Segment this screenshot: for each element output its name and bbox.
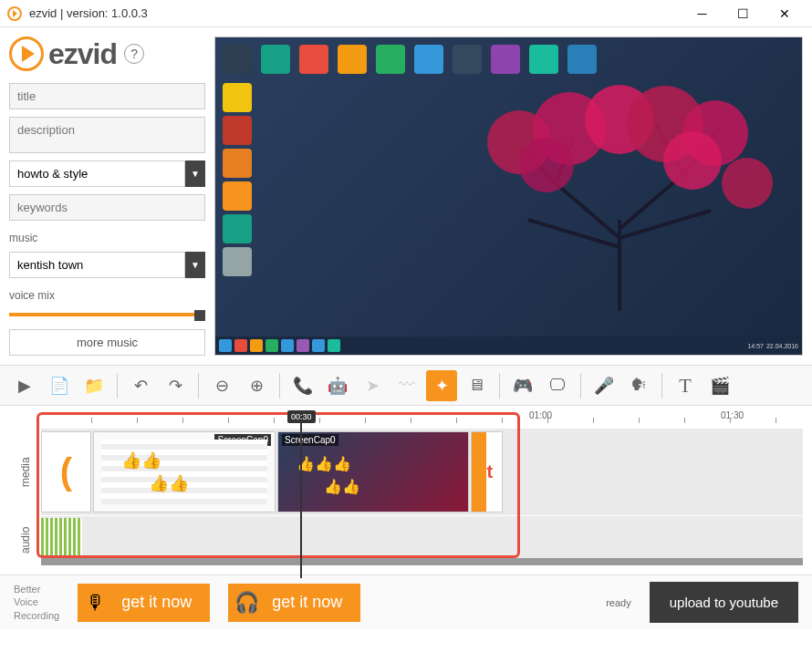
get-it-label: get it now <box>114 593 199 612</box>
zoom-out-button[interactable]: ⊖ <box>206 370 237 401</box>
playhead[interactable]: 00:30 <box>287 410 316 578</box>
better-voice-label: Better Voice Recording <box>14 583 59 622</box>
music-select[interactable]: kentish town ▼ <box>9 252 205 278</box>
clip-outro[interactable]: tt <box>471 431 503 512</box>
media-track-label: media <box>9 429 41 515</box>
sidebar: ezvid ? howto & style ▼ music kentish to… <box>9 36 205 356</box>
clip-screencap[interactable]: ScreenCap0 👍👍 👍👍 <box>93 431 276 512</box>
robot-icon[interactable]: 🤖 <box>322 370 353 401</box>
timeline: 00:30 01:00 01:30 media audio ( <box>0 406 812 574</box>
window-titlebar: ezvid | version: 1.0.0.3 ─ ☐ ✕ <box>0 0 812 27</box>
play-button[interactable]: ▶ <box>9 370 40 401</box>
wave-icon[interactable]: 〰 <box>391 370 422 401</box>
microphone-icon[interactable]: 🎤 <box>588 370 619 401</box>
headphones-icon: 🎧 <box>228 584 265 622</box>
svg-point-7 <box>722 158 773 209</box>
zoom-in-button[interactable]: ⊕ <box>241 370 272 401</box>
svg-point-6 <box>663 131 722 190</box>
microphone-icon: 🎙 <box>78 584 114 622</box>
music-value: kentish town <box>9 252 185 278</box>
cursor-icon[interactable]: ➤ <box>357 370 388 401</box>
description-input[interactable] <box>9 117 205 153</box>
audio-bar <box>41 558 803 565</box>
toolbar: ▶ 📄 📁 ↶ ↷ ⊖ ⊕ 📞 🤖 ➤ 〰 ✦ 🖥 🎮 🖵 🎤 🗣 T 🎬 <box>0 365 812 406</box>
maximize-button[interactable]: ☐ <box>723 0 764 27</box>
text-button[interactable]: T <box>670 370 701 401</box>
playhead-time: 00:30 <box>287 410 316 423</box>
ruler-label: 01:30 <box>721 410 744 420</box>
logo-text: ezvid <box>48 37 117 71</box>
slider-handle[interactable] <box>194 310 205 321</box>
help-icon[interactable]: ? <box>124 44 144 64</box>
minimize-button[interactable]: ─ <box>682 0 723 27</box>
open-folder-button[interactable]: 📁 <box>78 370 109 401</box>
dropdown-icon[interactable]: ▼ <box>185 252 205 278</box>
title-input[interactable] <box>9 83 205 109</box>
film-icon[interactable]: 🎬 <box>704 370 735 401</box>
get-microphone-button[interactable]: 🎙 get it now <box>78 584 210 622</box>
preview-taskbar: 14:57 22.04.2016 <box>215 336 802 355</box>
undo-button[interactable]: ↶ <box>125 370 156 401</box>
svg-point-5 <box>519 138 574 192</box>
phone-icon[interactable]: 📞 <box>287 370 318 401</box>
close-button[interactable]: ✕ <box>764 0 805 27</box>
audio-clip[interactable] <box>41 518 82 556</box>
music-label: music <box>9 232 205 244</box>
logo-play-icon <box>9 36 44 71</box>
keywords-input[interactable] <box>9 194 205 221</box>
category-value: howto & style <box>9 160 185 187</box>
bottom-bar: Better Voice Recording 🎙 get it now 🎧 ge… <box>0 574 812 629</box>
audio-track-label: audio <box>9 515 41 565</box>
video-preview: 14:57 22.04.2016 <box>214 36 803 356</box>
window-title: ezvid | version: 1.0.0.3 <box>29 6 148 20</box>
screen-icon[interactable]: 🖵 <box>542 370 573 401</box>
gamepad-icon[interactable]: 🎮 <box>507 370 538 401</box>
dropdown-icon[interactable]: ▼ <box>185 160 205 187</box>
redo-button[interactable]: ↷ <box>160 370 191 401</box>
audio-track[interactable] <box>41 515 803 565</box>
get-headphones-button[interactable]: 🎧 get it now <box>228 584 360 622</box>
clip-intro[interactable]: ( <box>41 431 91 512</box>
upload-youtube-button[interactable]: upload to youtube <box>650 582 798 623</box>
voice-mix-slider[interactable] <box>9 313 205 316</box>
add-media-button[interactable]: 📄 <box>44 370 75 401</box>
effects-button[interactable]: ✦ <box>426 370 457 401</box>
get-it-label: get it now <box>265 593 349 612</box>
timeline-ruler[interactable]: 00:30 01:00 01:30 <box>46 410 803 429</box>
app-icon <box>7 6 22 21</box>
category-select[interactable]: howto & style ▼ <box>9 160 205 187</box>
more-music-button[interactable]: more music <box>9 329 205 356</box>
media-track[interactable]: ( ScreenCap0 👍👍 👍👍 ScreenCap0 👍👍👍 👍👍 <box>41 429 803 515</box>
voice-icon[interactable]: 🗣 <box>623 370 654 401</box>
monitor-icon[interactable]: 🖥 <box>461 370 492 401</box>
ruler-label: 01:00 <box>529 410 552 420</box>
voice-mix-label: voice mix <box>9 289 205 302</box>
status-ready: ready <box>606 597 631 608</box>
